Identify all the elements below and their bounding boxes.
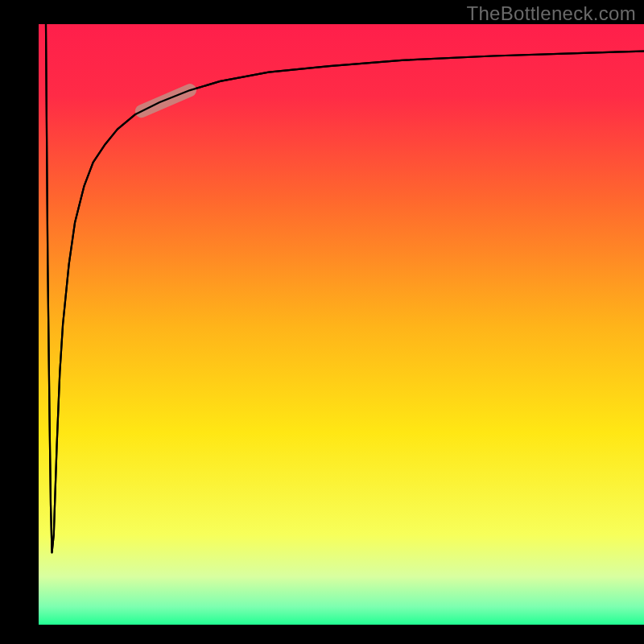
chart-background	[39, 24, 644, 625]
watermark-text: TheBottleneck.com	[466, 2, 636, 25]
chart-stage: TheBottleneck.com	[0, 0, 644, 644]
bottleneck-chart	[0, 0, 644, 644]
